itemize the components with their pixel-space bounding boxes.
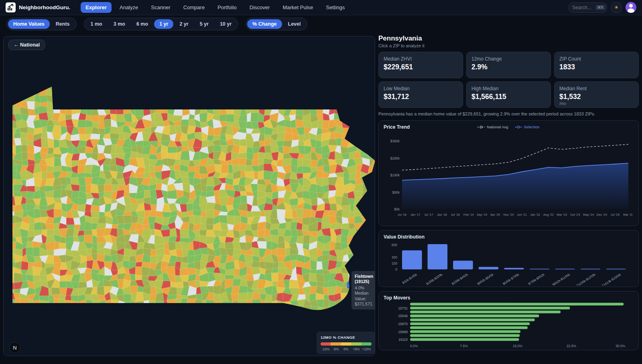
user-icon (629, 4, 633, 8)
legend-label: Selection (524, 125, 540, 129)
mover-bar[interactable] (410, 334, 520, 337)
dist-bar[interactable] (402, 251, 422, 269)
dist-bar[interactable] (530, 269, 550, 270)
trend-xtick: Jun '21 (517, 213, 527, 216)
dist-ytick: 0 (395, 267, 397, 271)
stat-value: $1,566,115 (471, 93, 546, 101)
nav-item-discover[interactable]: Discover (245, 2, 275, 13)
dist-xtick: $799k-$952k (528, 273, 546, 285)
nav-item-explorer[interactable]: Explorer (81, 2, 112, 13)
dist-bar[interactable] (606, 269, 626, 270)
toolbar-button-level[interactable]: Level (283, 19, 306, 29)
stat-value: $31,712 (384, 93, 458, 101)
search-input[interactable] (572, 5, 593, 10)
tooltip-value-label: Median Value: (355, 291, 373, 301)
stat-value: 1833 (559, 63, 634, 71)
theme-toggle-button[interactable]: ☀ (611, 2, 622, 13)
dist-xtick: $492k-$645k (477, 273, 495, 285)
map-panel: ← National Fishtown (19125) 4.0% Median … (3, 36, 375, 356)
mover-bar[interactable] (410, 318, 535, 321)
dist-xtick: $952k-$1106k (552, 273, 571, 285)
tooltip-value: $371,571 (355, 301, 373, 307)
brand-name: NeighborhoodGuru. (19, 4, 70, 10)
trend-ytick: $0k (394, 207, 400, 211)
dist-bar[interactable] (428, 244, 448, 269)
toolbar-button-2-yr[interactable]: 2 yr (174, 19, 193, 29)
tooltip-title: Fishtown (19125) (355, 274, 373, 284)
mover-bar[interactable] (410, 338, 519, 341)
trend-xtick: Mar '26 (623, 213, 632, 216)
mover-bar[interactable] (410, 322, 530, 325)
price-trend-chart[interactable]: $0k$95k$190k$285k$380kJul '16Jan '17Jul … (384, 130, 632, 221)
dist-xtick: $1106k-$1259k (576, 273, 597, 285)
stat-card-zip-count: ZIP Count1833 (554, 52, 639, 78)
stat-card-median-zhvi: Median ZHVI$229,651 (378, 52, 463, 78)
search-box[interactable]: ⌘K (569, 2, 607, 13)
user-avatar[interactable] (626, 2, 636, 13)
legend-color-segment (351, 342, 361, 346)
brand[interactable]: NeighborhoodGuru. (6, 2, 70, 12)
trend-ytick: $285k (390, 156, 400, 160)
trend-xtick: Feb '19 (463, 213, 474, 216)
filter-toolbar: Home ValuesRents1 mo3 mo6 mo1 yr2 yr5 yr… (6, 18, 307, 30)
mover-zip-label: 15731 (398, 306, 408, 310)
toolbar-button-1-yr[interactable]: 1 yr (154, 19, 173, 29)
mover-bar[interactable] (410, 303, 624, 305)
back-to-national-button[interactable]: ← National (8, 40, 45, 50)
stat-label: Median ZHVI (384, 56, 458, 62)
dist-bar[interactable] (479, 267, 499, 269)
dist-ytick: 600 (392, 243, 397, 247)
nav-item-settings[interactable]: Settings (321, 2, 349, 13)
nav-item-compare[interactable]: Compare (179, 2, 209, 13)
toolbar-button-1-mo[interactable]: 1 mo (85, 19, 108, 29)
top-movers-title: Top Movers (384, 295, 634, 301)
mover-bar[interactable] (410, 315, 539, 317)
trend-xtick: Aug '22 (543, 213, 554, 216)
value-distribution-chart[interactable]: 0150300600$32k-$185k$185k-$339k$339k-$49… (384, 240, 632, 285)
nav-item-portfolio[interactable]: Portfolio (213, 2, 242, 13)
stat-value: $229,651 (384, 63, 458, 71)
mover-bar[interactable] (410, 307, 570, 309)
trend-xtick: Sep '19 (477, 213, 487, 216)
dist-bar[interactable] (453, 261, 473, 269)
region-summary: Pennsylvania has a median home value of … (378, 111, 639, 116)
toolbar-group-period: 1 mo3 mo6 mo1 yr2 yr5 yr10 yr (84, 18, 239, 30)
dist-xtick: $339k-$492k (451, 273, 469, 285)
legend-item-national-avg[interactable]: National Avg (477, 125, 508, 129)
price-trend-legend: National AvgSelection (379, 125, 638, 129)
region-title: Pennsylvania (378, 34, 639, 42)
value-distribution-title: Value Distribution (384, 234, 634, 240)
stat-label: Low Median (384, 86, 458, 91)
trend-xtick: Jul '25 (611, 213, 620, 216)
nav-item-market-pulse[interactable]: Market Pulse (278, 2, 318, 13)
nav-item-scanner[interactable]: Scanner (146, 2, 175, 13)
mover-bar[interactable] (410, 326, 528, 329)
mover-xtick: 15.0% (513, 344, 523, 348)
dist-bar[interactable] (555, 269, 575, 270)
stat-label: High Median (471, 86, 546, 91)
dist-bar[interactable] (581, 269, 601, 270)
toolbar-button-5-yr[interactable]: 5 yr (195, 19, 214, 29)
legend-color-segment (341, 342, 351, 346)
toolbar-button-home-values[interactable]: Home Values (8, 19, 50, 29)
toolbar-button-rents[interactable]: Rents (51, 19, 75, 29)
stat-card-low-median: Low Median$31,712 (378, 81, 463, 108)
toolbar-button--change[interactable]: % Change (247, 19, 282, 29)
mover-zip-label: 15546 (398, 314, 408, 318)
toolbar-button-6-mo[interactable]: 6 mo (131, 19, 153, 29)
stat-sub: /mo (559, 101, 634, 106)
mover-bar[interactable] (410, 330, 520, 333)
mover-xtick: 30.0% (616, 344, 626, 348)
legend-stop-labels: -10%-5%0%+5%+10% (321, 347, 372, 351)
nav-item-analyze[interactable]: Analyze (115, 2, 143, 13)
mover-bar[interactable] (410, 311, 561, 313)
top-movers-chart[interactable]: 15731155461587015868161100.0%7.5%15.0%22… (384, 301, 632, 349)
legend-item-selection[interactable]: Selection (515, 125, 540, 129)
toolbar-button-10-yr[interactable]: 10 yr (215, 19, 237, 29)
toolbar-button-3-mo[interactable]: 3 mo (108, 19, 130, 29)
dist-bar[interactable] (504, 268, 524, 269)
top-movers-card: Top Movers 15731155461587015868161100.0%… (378, 291, 639, 350)
mover-zip-label: 15870 (398, 322, 408, 326)
pennsylvania-choropleth-map[interactable] (4, 36, 375, 356)
trend-ytick: $95k (392, 190, 400, 194)
